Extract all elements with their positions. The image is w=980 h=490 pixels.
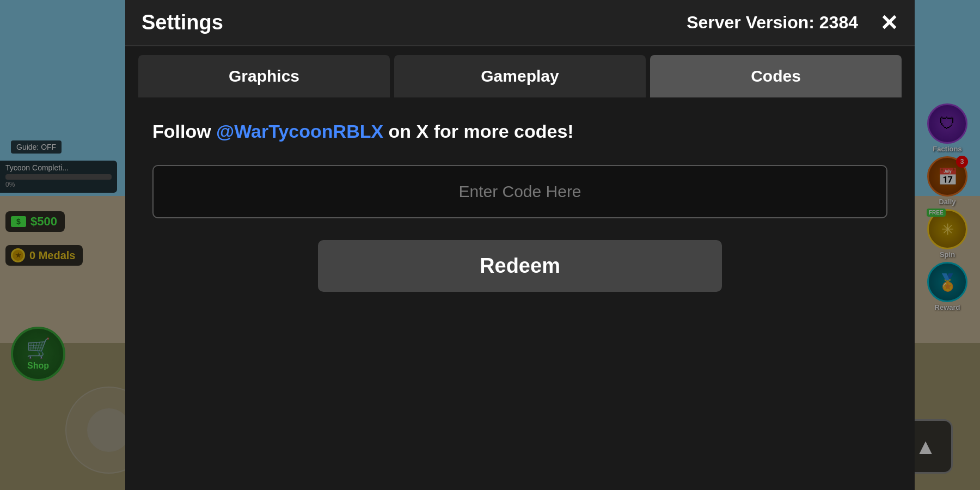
tab-codes[interactable]: Codes [650,55,902,97]
follow-suffix: on X for more codes! [383,121,574,142]
tabs-row: Graphics Gameplay Codes [125,46,915,97]
follow-handle[interactable]: @WarTycoonRBLX [216,121,383,142]
server-version: Server Version: 2384 [687,13,858,33]
follow-text: Follow @WarTycoonRBLX on X for more code… [152,119,574,143]
follow-prefix: Follow [152,121,216,142]
modal-body: Follow @WarTycoonRBLX on X for more code… [125,97,915,490]
tab-graphics[interactable]: Graphics [138,55,390,97]
modal-header: Settings Server Version: 2384 ✕ [125,0,915,46]
modal-title: Settings [142,11,223,34]
settings-modal: Settings Server Version: 2384 ✕ Graphics… [125,0,915,490]
code-input[interactable] [152,165,887,218]
close-button[interactable]: ✕ [880,12,898,34]
tab-gameplay[interactable]: Gameplay [394,55,646,97]
redeem-button[interactable]: Redeem [318,240,722,292]
code-input-wrapper [152,165,887,218]
